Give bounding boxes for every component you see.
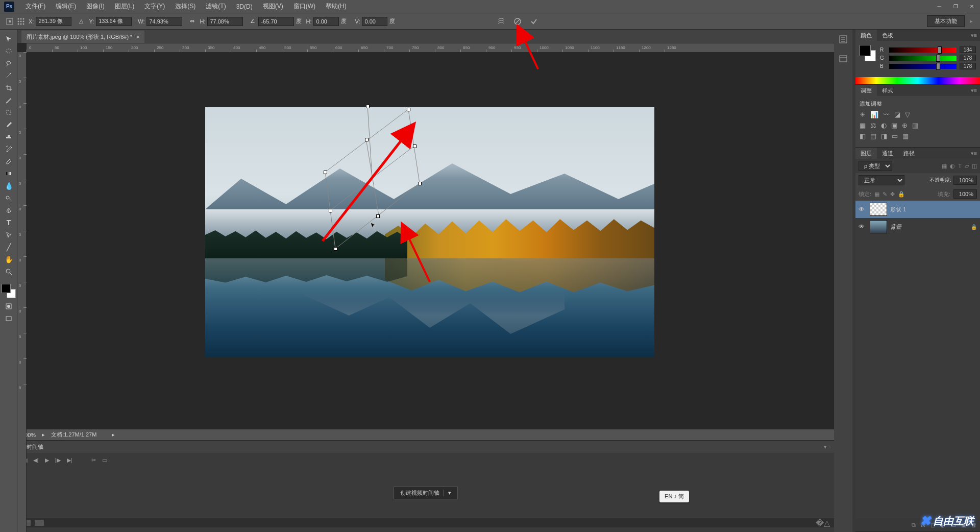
transform-handle[interactable] (413, 144, 416, 148)
r-slider[interactable] (889, 47, 957, 53)
marquee-tool[interactable] (0, 45, 17, 57)
lock-position-icon[interactable]: ✥ (890, 191, 895, 198)
create-timeline-dropdown-icon[interactable]: ▾ (444, 490, 451, 496)
hskew-input[interactable] (313, 17, 339, 26)
gradient-map-icon[interactable]: ▭ (892, 132, 898, 140)
visibility-toggle-icon[interactable]: 👁 (859, 223, 867, 230)
zoom-tool[interactable] (0, 265, 17, 278)
menu-window[interactable]: 窗口(W) (288, 2, 321, 11)
blur-tool[interactable]: 💧 (0, 180, 17, 192)
g-slider[interactable] (889, 56, 957, 61)
color-tab[interactable]: 颜色 (855, 30, 877, 41)
filter-shape-icon[interactable]: ▱ (965, 163, 969, 170)
menu-layer[interactable]: 图层(L) (110, 2, 140, 11)
mixer-icon[interactable]: ⊕ (902, 122, 908, 129)
lock-all-icon[interactable]: 🔒 (898, 191, 905, 198)
lock-pixels-icon[interactable]: ✎ (883, 191, 887, 198)
transition-button[interactable]: ▭ (102, 457, 107, 464)
photo-filter-icon[interactable]: ▣ (891, 122, 897, 129)
brightness-icon[interactable]: ☀ (860, 111, 866, 118)
filter-adjust-icon[interactable]: ◐ (950, 163, 955, 170)
layer-item-shape1[interactable]: 👁 形状 1 (855, 201, 980, 218)
crop-tool[interactable] (0, 82, 17, 94)
brush-tool[interactable] (0, 118, 17, 131)
layer-name[interactable]: 形状 1 (890, 206, 977, 213)
visibility-toggle-icon[interactable]: 👁 (859, 206, 867, 213)
dodge-tool[interactable] (0, 192, 17, 204)
history-panel-icon[interactable] (838, 34, 849, 45)
b-slider[interactable] (889, 64, 957, 69)
eraser-tool[interactable] (0, 155, 17, 167)
goto-last-frame-button[interactable]: ▶| (67, 457, 72, 464)
wand-tool[interactable] (0, 69, 17, 82)
ime-badge[interactable]: EN ♪ 简 (659, 491, 689, 502)
menu-help[interactable]: 帮助(H) (321, 2, 352, 11)
blend-mode-select[interactable]: 正常 (859, 175, 904, 185)
r-value[interactable] (960, 46, 976, 53)
transform-handle[interactable] (376, 214, 380, 218)
timeline-menu-icon[interactable]: ▾≡ (824, 444, 830, 450)
history-brush-tool[interactable] (0, 143, 17, 155)
transform-handle[interactable] (324, 171, 327, 174)
transform-handle[interactable] (407, 108, 410, 111)
y-input[interactable] (96, 17, 132, 26)
link-wh-icon[interactable]: ⇔ (187, 17, 197, 26)
type-tool[interactable]: T (0, 216, 17, 229)
delta-icon[interactable]: △ (77, 17, 86, 26)
next-frame-button[interactable]: |▶ (55, 457, 61, 464)
layer-thumbnail[interactable] (870, 203, 887, 216)
quickmask-tool[interactable] (0, 300, 17, 312)
menu-edit[interactable]: 编辑(E) (51, 2, 81, 11)
menu-filter[interactable]: 滤镜(T) (201, 2, 231, 11)
angle-input[interactable] (258, 17, 294, 26)
bw-icon[interactable]: ◐ (881, 122, 887, 129)
fg-color-swatch[interactable] (2, 284, 11, 293)
hue-strip[interactable] (855, 77, 980, 84)
cancel-transform-button[interactable] (512, 16, 523, 27)
levels-icon[interactable]: 📊 (870, 111, 878, 118)
minimize-button[interactable]: ─ (932, 2, 946, 12)
warp-mode-button[interactable] (496, 16, 506, 27)
maximize-button[interactable]: ❐ (948, 2, 963, 12)
menu-3d[interactable]: 3D(D) (231, 3, 258, 10)
workspace-selector[interactable]: 基本功能 (927, 15, 965, 27)
horizontal-ruler[interactable]: 0501001502002503003504004505005506006507… (27, 43, 834, 52)
gradient-tool[interactable] (0, 167, 17, 180)
heal-tool[interactable] (0, 106, 17, 118)
lock-icon[interactable]: 🔒 (971, 224, 977, 230)
menu-file[interactable]: 文件(F) (20, 2, 51, 11)
channels-tab[interactable]: 通道 (877, 148, 898, 159)
pen-tool[interactable] (0, 204, 17, 216)
vskew-input[interactable] (362, 17, 387, 26)
document-tab[interactable]: 图片素材.jpeg @ 100% (形状 1, RGB/8#) * × (21, 31, 144, 43)
canvas[interactable] (27, 52, 834, 429)
menu-select[interactable]: 选择(S) (170, 2, 201, 11)
cut-button[interactable]: ✂ (91, 457, 96, 464)
adjust-panel-menu-icon[interactable]: ▾≡ (968, 87, 980, 94)
posterize-icon[interactable]: ▤ (870, 132, 876, 140)
screenmode-tool[interactable] (0, 312, 17, 325)
paths-tab[interactable]: 路径 (898, 148, 920, 159)
layer-item-background[interactable]: 👁 背景 🔒 (855, 218, 980, 235)
properties-panel-icon[interactable] (838, 53, 849, 64)
transform-handle[interactable] (365, 138, 369, 141)
hand-tool[interactable]: ✋ (0, 253, 17, 265)
reference-point-icon[interactable] (16, 17, 26, 26)
color-panel-menu-icon[interactable]: ▾≡ (968, 32, 980, 39)
transform-handle[interactable] (329, 209, 332, 212)
layer-thumbnail[interactable] (870, 220, 887, 233)
vertical-ruler[interactable]: 05050505050505 (17, 52, 27, 532)
stamp-tool[interactable] (0, 131, 17, 143)
menu-view[interactable]: 视图(V) (258, 2, 288, 11)
layer-name[interactable]: 背景 (890, 223, 971, 231)
prev-frame-button[interactable]: ◀| (33, 457, 39, 464)
fill-value[interactable]: 100% (953, 189, 977, 199)
shape-tool[interactable]: ╱ (0, 241, 17, 253)
opacity-value[interactable]: 100% (953, 176, 977, 185)
layers-tab[interactable]: 图层 (855, 148, 877, 159)
lasso-tool[interactable] (0, 57, 17, 69)
b-value[interactable] (960, 63, 976, 69)
menu-image[interactable]: 图像(I) (81, 2, 109, 11)
path-select-tool[interactable] (0, 229, 17, 241)
layer-kind-filter[interactable]: ρ 类型 (859, 161, 892, 171)
